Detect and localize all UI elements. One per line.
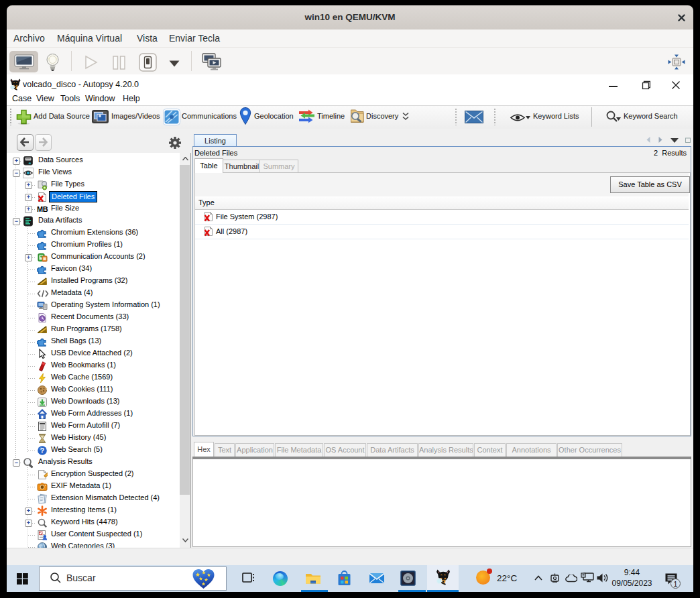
svg-text:?: ? (40, 446, 44, 455)
